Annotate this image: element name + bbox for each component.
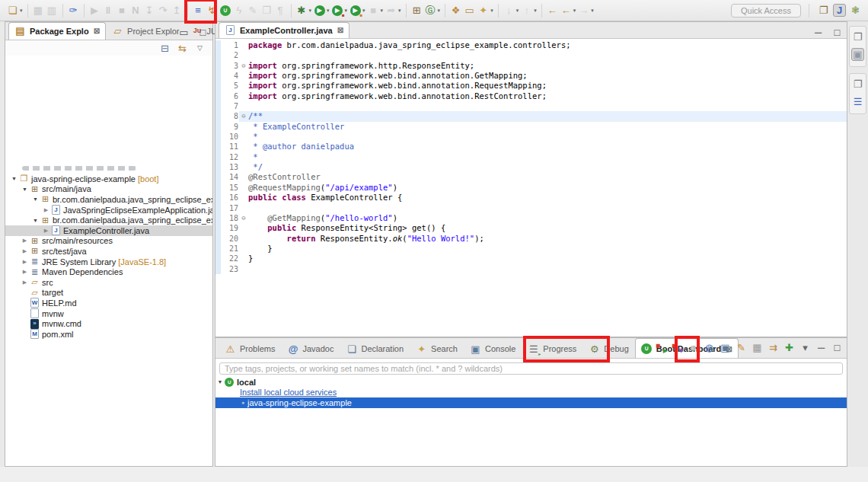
tree-item-maven-dependencies[interactable]: ▶≣Maven Dependencies xyxy=(5,267,212,277)
tree-item-br-com-danielpadua-java-spring-eclipse-e[interactable]: ▼⊞br.com.danielpadua.java_spring_eclipse… xyxy=(5,215,212,225)
open-browser-icon[interactable]: ◍ xyxy=(703,341,716,354)
tree-item-help-md[interactable]: WHELP.md xyxy=(5,298,212,308)
tab-javadoc[interactable]: @Javadoc xyxy=(281,338,340,358)
coverage-icon[interactable]: ▶■ xyxy=(331,4,344,17)
next-annotation-icon-dropdown[interactable]: ▾ xyxy=(516,8,519,14)
close-icon[interactable]: ⊠ xyxy=(94,27,100,35)
close-icon[interactable]: ⊠ xyxy=(337,26,343,34)
profile-icon-dropdown[interactable]: ▾ xyxy=(362,8,365,14)
minimized-outline-icon[interactable]: ☰ xyxy=(851,95,864,108)
view-menu-icon[interactable]: ▽ xyxy=(193,42,206,55)
new-wizard-icon[interactable]: ❏ xyxy=(6,4,19,17)
search-icon[interactable]: ✦ xyxy=(477,4,490,17)
chevron-down-icon[interactable]: ▾ xyxy=(799,341,812,354)
quick-access-button[interactable]: Quick Access xyxy=(731,4,801,18)
collapse-arrow-icon[interactable]: ▼ xyxy=(31,218,40,223)
tree-item-br-com-danielpadua-java-spring-eclipse-e[interactable]: ▼⊞br.com.danielpadua.java_spring_eclipse… xyxy=(5,194,212,205)
expand-arrow-icon[interactable]: ▶ xyxy=(42,207,50,213)
debug-icon[interactable]: ✱ xyxy=(295,4,308,17)
boot-redebug-icon[interactable]: ■✱ xyxy=(671,341,684,354)
chevron-down-icon[interactable]: ▼ xyxy=(215,379,225,385)
open-resource-icon[interactable]: ▭ xyxy=(463,4,476,17)
run-icon-dropdown[interactable]: ▾ xyxy=(327,8,330,14)
package-explorer-tree[interactable]: ▼❐java-spring-eclipse-example[boot]▼⊞src… xyxy=(5,56,212,340)
new-class-icon-dropdown[interactable]: ▾ xyxy=(438,8,441,14)
minimize-editor-icon[interactable]: ─ xyxy=(812,26,825,39)
open-type-icon[interactable]: ❖ xyxy=(449,4,462,17)
properties-icon[interactable]: ▦ xyxy=(751,341,764,354)
maximize-editor-icon[interactable]: □ xyxy=(831,26,844,39)
open-console-icon[interactable]: ▣ xyxy=(719,341,732,354)
collapse-arrow-icon[interactable]: ▼ xyxy=(10,176,18,181)
tree-item-jre-system-library[interactable]: ▶≣JRE System Library[JavaSE-1.8] xyxy=(5,257,212,267)
fold-collapse-icon[interactable]: ⊖ xyxy=(239,111,248,121)
collapse-arrow-icon[interactable]: ▼ xyxy=(31,196,40,202)
tab-console[interactable]: ▣Console xyxy=(464,338,522,358)
tree-item-src-main-resources[interactable]: ▶⊞src/main/resources xyxy=(5,236,212,247)
boot-restart-icon[interactable]: ■▶ xyxy=(655,341,668,354)
tree-item-javaspringeclipseexampleapplication-java[interactable]: ▶JJavaSpringEclipseExampleApplication.ja… xyxy=(5,205,212,215)
profile-icon[interactable]: ▶■ xyxy=(349,4,362,17)
tab-debug[interactable]: ⚙Debug xyxy=(582,338,634,358)
tree-item-java-spring-eclipse-example[interactable]: ▼❐java-spring-eclipse-example[boot] xyxy=(5,174,212,184)
forward-icon-dropdown[interactable]: ▾ xyxy=(591,8,594,14)
collapse-arrow-icon[interactable]: ▼ xyxy=(21,187,29,192)
expand-arrow-icon[interactable]: ▶ xyxy=(21,238,29,244)
restore-icon[interactable]: ❐ xyxy=(851,30,864,43)
tree-item-src-test-java[interactable]: ▶⊞src/test/java xyxy=(5,246,212,257)
tree-item-src[interactable]: ▶▱src xyxy=(5,277,212,288)
boot-start-icon[interactable]: ∪ xyxy=(219,4,232,17)
stop-disabled-icon-dropdown[interactable]: ▾ xyxy=(381,8,384,14)
dashboard-group-local[interactable]: ▼ ∪ local xyxy=(215,377,847,388)
run-icon[interactable]: ▶ xyxy=(313,4,326,17)
tree-item-mvnw-cmd[interactable]: »mvnw.cmd xyxy=(5,318,212,329)
fold-collapse-icon[interactable]: ⊖ xyxy=(239,61,248,71)
tab-declaration[interactable]: ❏Declaration xyxy=(340,338,410,358)
collapse-all-icon[interactable]: ⊟ xyxy=(158,42,171,55)
editor-tab-examplecontroller-java[interactable]: JExampleController.java⊠ xyxy=(219,22,349,38)
back-history-icon[interactable]: ← xyxy=(560,4,573,17)
dashboard-item-selected[interactable]: ● java-spring-eclipse-example xyxy=(215,397,847,408)
expand-arrow-icon[interactable]: ▶ xyxy=(21,259,29,265)
open-perspective-icon[interactable]: ❐ xyxy=(817,4,830,17)
maximize-view-icon[interactable]: □ xyxy=(196,26,209,39)
restore-icon[interactable]: ❐ xyxy=(851,78,864,91)
pin-icon[interactable]: ⇉ xyxy=(767,341,780,354)
minimize-view-icon[interactable]: ▭ xyxy=(177,26,190,39)
coverage-icon-dropdown[interactable]: ▾ xyxy=(345,8,348,14)
relaunch-icon[interactable]: ↯ xyxy=(206,4,219,17)
run-history-icon[interactable]: ≡ xyxy=(192,4,205,17)
expand-arrow-icon[interactable]: ▶ xyxy=(42,228,50,234)
minimize-icon[interactable]: ─ xyxy=(815,341,828,354)
install-cloud-services-link[interactable]: Install local cloud services xyxy=(240,388,337,397)
search-icon-dropdown[interactable]: ▾ xyxy=(490,8,493,14)
back-icon[interactable]: ← xyxy=(546,4,559,17)
maximize-icon[interactable]: □ xyxy=(831,341,844,354)
expand-arrow-icon[interactable]: ▶ xyxy=(21,279,29,286)
tree-item-examplecontroller-java[interactable]: ▶JExampleController.java xyxy=(5,225,212,236)
fold-collapse-icon[interactable]: ⊖ xyxy=(239,213,248,223)
tree-item-pom-xml[interactable]: Mpom.xml xyxy=(5,329,212,340)
tab-search[interactable]: ✦Search xyxy=(410,338,464,358)
back-history-icon-dropdown[interactable]: ▾ xyxy=(573,8,576,14)
new-wizard-icon-dropdown[interactable]: ▾ xyxy=(20,8,23,14)
new-java-project-icon[interactable]: ⊞ xyxy=(410,4,423,17)
tree-item-target[interactable]: ▱target xyxy=(5,288,212,298)
spring-perspective-icon[interactable]: ❃ xyxy=(849,4,862,17)
expand-arrow-icon[interactable]: ▶ xyxy=(21,269,29,275)
external-tools-icon-dropdown[interactable]: ▾ xyxy=(398,8,401,14)
expand-arrow-icon[interactable]: ▶ xyxy=(21,248,29,254)
link-with-editor-icon[interactable]: ⇆ xyxy=(176,42,189,55)
tab-problems[interactable]: ⚠Problems xyxy=(219,338,281,358)
java-perspective-icon[interactable]: J xyxy=(833,4,846,17)
tab-package-explo[interactable]: ▤Package Explo⊠ xyxy=(8,22,106,40)
minimized-tasklist-icon[interactable]: ▣ xyxy=(851,48,864,61)
new-class-icon[interactable]: Ⓖ xyxy=(424,4,437,17)
tab-progress[interactable]: ☰▸Progress xyxy=(522,338,582,358)
debug-icon-dropdown[interactable]: ▾ xyxy=(309,8,312,14)
code-area[interactable]: 1package br.com.danielpadua.java_spring_… xyxy=(215,39,847,274)
pin-editor-icon[interactable]: ✑ xyxy=(67,4,80,17)
tab-project-explor[interactable]: ▱Project Explor xyxy=(106,22,185,40)
add-icon[interactable]: ✚ xyxy=(783,341,796,354)
dashboard-filter-input[interactable] xyxy=(219,362,843,375)
